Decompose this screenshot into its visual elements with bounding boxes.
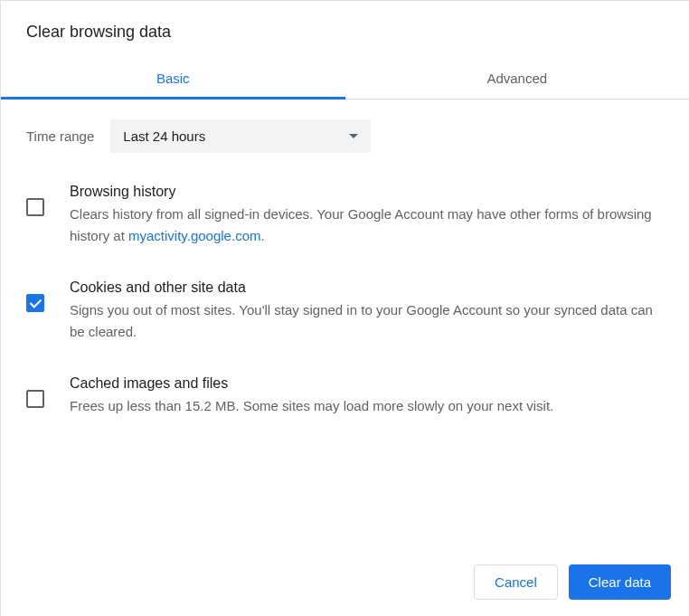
time-range-value: Last 24 hours <box>123 128 205 144</box>
time-range-select[interactable]: Last 24 hours <box>110 119 371 153</box>
option-text: Cookies and other site data Signs you ou… <box>70 280 664 343</box>
tabs: Basic Advanced <box>1 58 689 100</box>
checkbox-cookies[interactable] <box>26 294 44 312</box>
dropdown-arrow-icon <box>349 134 358 138</box>
dialog-footer: Cancel Clear data <box>1 548 689 616</box>
option-title: Cached images and files <box>70 375 664 392</box>
myactivity-link[interactable]: myactivity.google.com <box>128 228 260 243</box>
option-text: Cached images and files Frees up less th… <box>70 375 664 417</box>
tab-basic[interactable]: Basic <box>1 58 345 99</box>
option-text: Browsing history Clears history from all… <box>70 184 664 247</box>
clear-data-button[interactable]: Clear data <box>569 564 671 600</box>
option-desc: Clears history from all signed-in device… <box>70 204 664 247</box>
option-cached: Cached images and files Frees up less th… <box>26 375 664 417</box>
option-cookies: Cookies and other site data Signs you ou… <box>26 280 664 343</box>
option-desc-after: . <box>260 228 264 243</box>
option-title: Browsing history <box>70 184 664 200</box>
checkbox-cached[interactable] <box>26 390 44 408</box>
time-range-row: Time range Last 24 hours <box>26 119 664 153</box>
option-browsing-history: Browsing history Clears history from all… <box>26 184 664 247</box>
option-desc: Frees up less than 15.2 MB. Some sites m… <box>70 395 664 417</box>
checkbox-browsing-history[interactable] <box>26 198 44 216</box>
tab-advanced[interactable]: Advanced <box>345 58 690 99</box>
option-desc: Signs you out of most sites. You'll stay… <box>70 299 664 343</box>
time-range-label: Time range <box>26 128 94 144</box>
option-desc-text: Frees up less than 15.2 MB. Some sites m… <box>70 398 553 413</box>
option-title: Cookies and other site data <box>70 280 664 296</box>
dialog-title: Clear browsing data <box>1 1 689 58</box>
cancel-button[interactable]: Cancel <box>474 564 558 600</box>
clear-browsing-data-dialog: Clear browsing data Basic Advanced Time … <box>1 1 689 616</box>
option-desc-text: Signs you out of most sites. You'll stay… <box>70 302 653 339</box>
dialog-content: Time range Last 24 hours Browsing histor… <box>1 100 689 548</box>
